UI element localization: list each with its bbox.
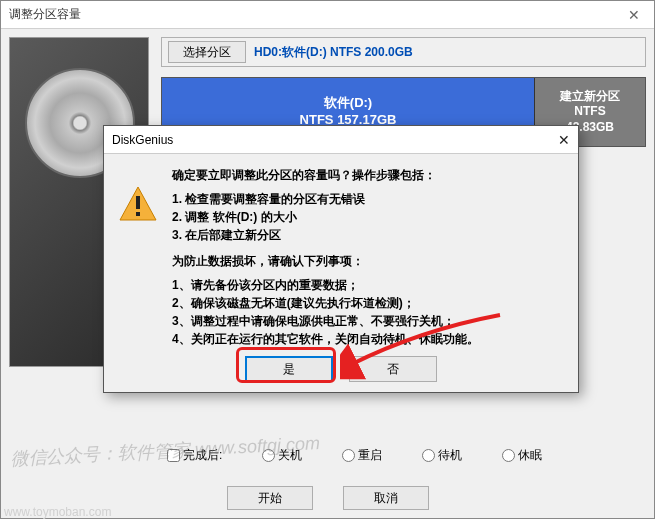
radio-reboot-label: 重启 (358, 447, 382, 464)
dialog-titlebar: DiskGenius ✕ (104, 126, 578, 154)
dialog-warn2: 2、确保该磁盘无坏道(建议先执行坏道检测)； (172, 294, 564, 312)
bottom-button-row: 开始 取消 (1, 486, 654, 510)
yes-button[interactable]: 是 (245, 356, 333, 382)
after-complete-check[interactable] (167, 449, 180, 462)
dialog-text: 确定要立即调整此分区的容量吗？操作步骤包括： 1. 检查需要调整容量的分区有无错… (172, 166, 564, 348)
radio-hibernate-label: 休眠 (518, 447, 542, 464)
dialog-title-text: DiskGenius (112, 133, 173, 147)
dialog-button-row: 是 否 (104, 356, 578, 382)
dialog-warn-head: 为防止数据损坏，请确认下列事项： (172, 252, 564, 270)
dialog-question: 确定要立即调整此分区的容量吗？操作步骤包括： (172, 166, 564, 184)
dialog-warn1: 1、请先备份该分区内的重要数据； (172, 276, 564, 294)
after-complete-row: 完成后: 关机 重启 待机 休眠 (151, 442, 646, 468)
radio-hibernate[interactable]: 休眠 (502, 447, 542, 464)
dialog-warn3: 3、调整过程中请确保电源供电正常、不要强行关机； (172, 312, 564, 330)
warning-triangle-icon (118, 184, 158, 224)
radio-shutdown[interactable]: 关机 (262, 447, 302, 464)
radio-shutdown-input[interactable] (262, 449, 275, 462)
after-complete-checkbox[interactable]: 完成后: (167, 447, 222, 464)
radio-hibernate-input[interactable] (502, 449, 515, 462)
after-complete-label: 完成后: (183, 447, 222, 464)
radio-reboot[interactable]: 重启 (342, 447, 382, 464)
partition-new-name: 建立新分区 (560, 89, 620, 105)
selected-disk-label: HD0:软件(D:) NTFS 200.0GB (254, 44, 413, 61)
main-titlebar: 调整分区容量 ✕ (1, 1, 654, 29)
dialog-close-icon[interactable]: ✕ (558, 132, 570, 148)
dialog-warn4: 4、关闭正在运行的其它软件，关闭自动待机、休眠功能。 (172, 330, 564, 348)
dialog-step3: 3. 在后部建立新分区 (172, 226, 564, 244)
radio-standby-input[interactable] (422, 449, 435, 462)
confirm-dialog: DiskGenius ✕ 确定要立即调整此分区的容量吗？操作步骤包括： 1. 检… (103, 125, 579, 393)
main-close-icon[interactable]: ✕ (622, 7, 646, 23)
dialog-body: 确定要立即调整此分区的容量吗？操作步骤包括： 1. 检查需要调整容量的分区有无错… (104, 154, 578, 348)
radio-shutdown-label: 关机 (278, 447, 302, 464)
svg-rect-2 (136, 212, 140, 216)
radio-reboot-input[interactable] (342, 449, 355, 462)
dialog-step2: 2. 调整 软件(D:) 的大小 (172, 208, 564, 226)
cancel-button[interactable]: 取消 (343, 486, 429, 510)
no-button[interactable]: 否 (349, 356, 437, 382)
radio-standby-label: 待机 (438, 447, 462, 464)
main-title: 调整分区容量 (9, 6, 81, 23)
radio-standby[interactable]: 待机 (422, 447, 462, 464)
svg-rect-1 (136, 196, 140, 209)
partition-new-fs: NTFS (574, 104, 605, 120)
dialog-step1: 1. 检查需要调整容量的分区有无错误 (172, 190, 564, 208)
select-partition-button[interactable]: 选择分区 (168, 41, 246, 63)
disk-selector-row: 选择分区 HD0:软件(D:) NTFS 200.0GB (161, 37, 646, 67)
partition-main-name: 软件(D:) (324, 95, 372, 112)
start-button[interactable]: 开始 (227, 486, 313, 510)
